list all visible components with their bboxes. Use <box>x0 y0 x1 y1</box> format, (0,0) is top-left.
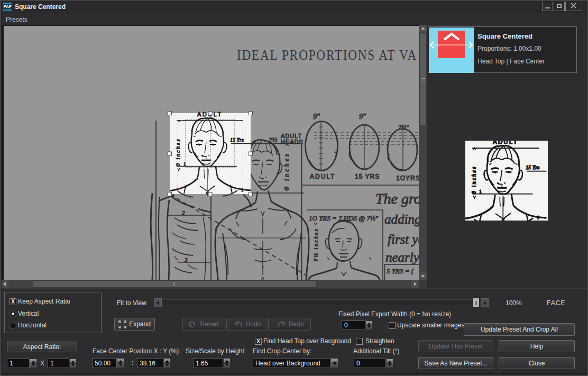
svg-text:9″: 9″ <box>313 113 320 121</box>
svg-text:15 YRS: 15 YRS <box>355 173 380 180</box>
svg-text:The grow: The grow <box>375 190 419 207</box>
svg-text:first ye: first ye <box>388 232 419 246</box>
svg-text:IDEAL PROPORTIONS AT VA: IDEAL PROPORTIONS AT VA <box>237 47 417 63</box>
svg-text:adding: adding <box>384 212 419 226</box>
svg-text:9″: 9″ <box>359 113 366 121</box>
svg-text:1OYRS: 1OYRS <box>396 175 419 182</box>
svg-text:7½: 7½ <box>269 136 278 144</box>
svg-text:9 inches: 9 inches <box>283 152 290 190</box>
svg-text:HEADS: HEADS <box>281 139 304 145</box>
svg-text:7½ inches: 7½ inches <box>313 228 319 261</box>
svg-text:3: 3 <box>184 256 188 263</box>
svg-text:5 YRS = (: 5 YRS = ( <box>387 267 414 275</box>
svg-text:1O YRS = 7 HDS @ 7½″: 1O YRS = 7 HDS @ 7½″ <box>309 214 379 222</box>
svg-text:7½″: 7½″ <box>398 124 409 131</box>
svg-text:ADULT: ADULT <box>310 173 335 180</box>
svg-text:nearly: nearly <box>385 250 419 264</box>
svg-text:2: 2 <box>182 209 185 216</box>
